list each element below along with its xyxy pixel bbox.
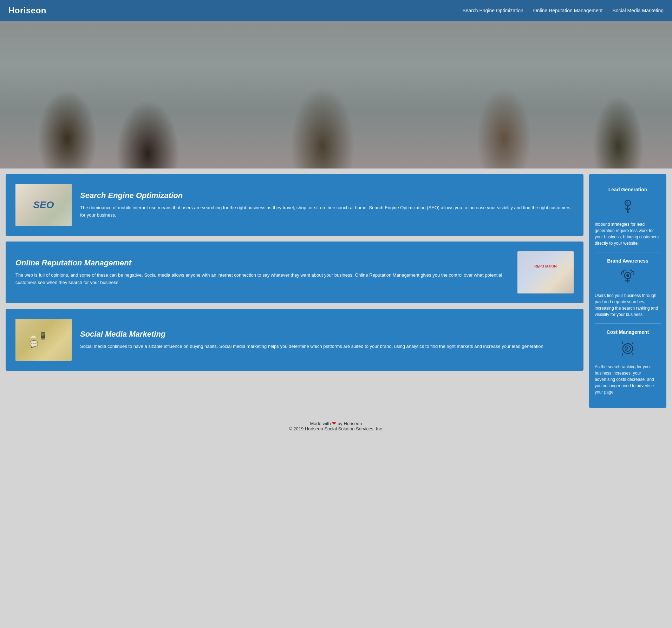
sidebar-icon-cost-management: $ bbox=[619, 340, 637, 359]
sidebar-icon-brand-awareness bbox=[619, 269, 637, 288]
site-logo[interactable]: Horiseon bbox=[8, 6, 46, 15]
sidebar-section-cost-management: Cost Management $ As the search ranking … bbox=[595, 324, 661, 401]
nav-link-orm[interactable]: Online Reputation Management bbox=[533, 8, 603, 13]
service-title-online-reputation-management: Online Reputation Management bbox=[15, 258, 509, 267]
sidebar-section-lead-generation: Lead Generation $ Inbound strategies for… bbox=[595, 181, 661, 252]
sidebar-title-cost-management: Cost Management bbox=[607, 329, 649, 335]
sidebar-title-lead-generation: Lead Generation bbox=[608, 187, 647, 192]
nav-link-smm[interactable]: Social Media Marketing bbox=[612, 8, 664, 13]
nav-link-seo[interactable]: Search Engine Optimization bbox=[462, 8, 523, 13]
main-column: Search Engine OptimizationThe dominance … bbox=[6, 174, 583, 408]
site-footer: Made with ❤ by Horiseon © 2019 Horiseon … bbox=[0, 414, 672, 438]
service-body-online-reputation-management: The web is full of opinions, and some of… bbox=[15, 272, 509, 286]
svg-text:$: $ bbox=[626, 347, 628, 351]
sidebar-icon-lead-generation: $ bbox=[619, 197, 637, 217]
svg-text:$: $ bbox=[626, 201, 628, 205]
site-header: Horiseon Search Engine OptimizationOnlin… bbox=[0, 0, 672, 21]
sidebar: Lead Generation $ Inbound strategies for… bbox=[589, 174, 666, 408]
service-image-social-media-marketing bbox=[15, 319, 72, 361]
footer-copyright: © 2019 Horiseon Social Solution Services… bbox=[7, 426, 665, 431]
service-card-social-media-marketing: Social Media MarketingSocial media conti… bbox=[6, 309, 583, 371]
service-title-search-engine-optimization: Search Engine Optimization bbox=[80, 191, 574, 200]
sidebar-body-lead-generation: Inbound strategies for lead generation r… bbox=[595, 221, 661, 246]
sidebar-body-brand-awareness: Users find your business through paid an… bbox=[595, 292, 661, 318]
svg-point-4 bbox=[627, 211, 629, 213]
service-body-social-media-marketing: Social media continues to have a sizable… bbox=[80, 343, 544, 350]
service-image-search-engine-optimization bbox=[15, 184, 72, 226]
hero-section bbox=[0, 21, 672, 168]
service-card-search-engine-optimization: Search Engine OptimizationThe dominance … bbox=[6, 174, 583, 236]
sidebar-section-brand-awareness: Brand Awareness Users find your business… bbox=[595, 252, 661, 324]
service-title-social-media-marketing: Social Media Marketing bbox=[80, 330, 544, 339]
service-body-search-engine-optimization: The dominance of mobile internet use mea… bbox=[80, 204, 574, 219]
sidebar-title-brand-awareness: Brand Awareness bbox=[607, 258, 648, 264]
footer-made-with: Made with ❤ by Horiseon bbox=[7, 421, 665, 426]
main-nav: Search Engine OptimizationOnline Reputat… bbox=[462, 8, 664, 13]
content-wrapper: Search Engine OptimizationThe dominance … bbox=[0, 168, 672, 414]
service-image-online-reputation-management bbox=[517, 251, 574, 293]
service-card-online-reputation-management: Online Reputation ManagementThe web is f… bbox=[6, 242, 583, 303]
svg-point-9 bbox=[626, 274, 629, 277]
heart-icon: ❤ bbox=[332, 421, 336, 426]
hero-image bbox=[0, 21, 672, 168]
sidebar-body-cost-management: As the search ranking for your business … bbox=[595, 364, 661, 395]
